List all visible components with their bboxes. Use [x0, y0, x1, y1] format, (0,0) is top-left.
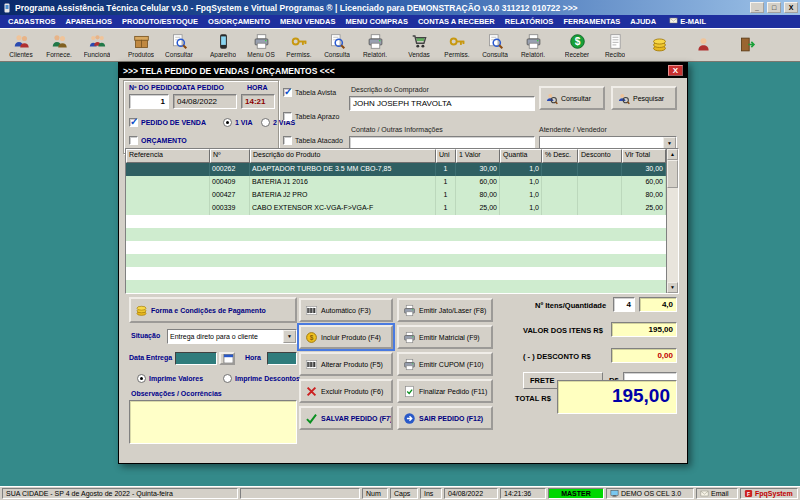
menu-item-ajuda[interactable]: AJUDA — [625, 17, 661, 26]
menu-item-menu-vendas[interactable]: MENU VENDAS — [275, 17, 340, 26]
toolbar-relat-ri[interactable]: Relatóri. — [514, 30, 552, 60]
forma-pagamento-button[interactable]: Forma e Condições de Pagamento — [129, 297, 297, 323]
dialog-titlebar[interactable]: >>> TELA PEDIDO DE VENDAS / ORÇAMENTOS <… — [119, 63, 687, 78]
imprime-valores-radio[interactable]: Imprime Valores — [137, 374, 203, 383]
table-cell: 000409 — [210, 176, 250, 189]
menu-email[interactable]: E-MAIL — [669, 16, 706, 27]
grid-main: ReferenciaNºDescrição do ProdutoUni1 Val… — [126, 149, 666, 293]
menu-item-os-or-amento[interactable]: OS/ORÇAMENTO — [203, 17, 275, 26]
column-header-vlr-total[interactable]: Vlr Total — [622, 149, 666, 163]
scroll-up-icon[interactable] — [667, 149, 678, 160]
column-header-descri-o-do-produto[interactable]: Descrição do Produto — [250, 149, 436, 163]
button-emitir-matricial-f9[interactable]: Emitir Matricial (F9) — [397, 325, 493, 349]
toolbar-funcion[interactable]: Funcioná — [78, 30, 116, 60]
column-header-referencia[interactable]: Referencia — [126, 149, 210, 163]
toolbar-produtos[interactable]: Produtos — [122, 30, 160, 60]
table-cell: 1 — [436, 163, 456, 176]
itens-label: Nº Itens/Quantidade — [535, 301, 606, 310]
status-text: Caps — [394, 490, 410, 497]
table-cell: 80,00 — [622, 189, 666, 202]
hora-entrega-field[interactable] — [267, 352, 297, 365]
buyer-field[interactable]: JOHN JOSEPH TRAVOLTA — [349, 96, 535, 111]
menu-item-produto-estoque[interactable]: PRODUTO/ESTOQUE — [117, 17, 203, 26]
data-entrega-field[interactable] — [175, 352, 217, 365]
situacao-combo[interactable]: Entrega direto para o cliente — [167, 329, 297, 344]
button-salvar-pedido-f7[interactable]: SALVAR PEDIDO (F7) — [299, 406, 393, 430]
toolbar-relat-ri[interactable]: Relatóri. — [356, 30, 394, 60]
button-autom-tico-f3[interactable]: Automático (F3) — [299, 298, 393, 322]
toolbar-permiss[interactable]: Permiss. — [280, 30, 318, 60]
toolbar-recibo[interactable]: Recibo — [596, 30, 634, 60]
table-row[interactable]: 000409BATERIA J1 2016160,001,060,00 — [126, 176, 666, 189]
minimize-button[interactable]: _ — [750, 2, 764, 13]
dialog-close-button[interactable]: X — [668, 65, 683, 76]
scroll-down-icon[interactable] — [667, 282, 678, 293]
radio-on-icon — [137, 374, 146, 383]
buyer-label: Descrição do Comprador — [351, 86, 429, 93]
button-incluir-produto-f4[interactable]: $Incluir Produto (F4) — [299, 325, 393, 349]
tabela-avista-checkbox[interactable]: Tabela Avista — [283, 88, 336, 97]
toolbar-person-icon[interactable] — [684, 30, 722, 60]
toolbar-aparelho[interactable]: Aparelho — [204, 30, 242, 60]
button-emitir-cupom-f10[interactable]: Emitir CUPOM (F10) — [397, 352, 493, 376]
column-header-uni[interactable]: Uni — [436, 149, 456, 163]
calendar-button[interactable] — [219, 352, 235, 365]
scrollbar-thumb[interactable] — [667, 160, 678, 188]
table-row-selected[interactable]: 000262ADAPTADOR TURBO DE 3.5 MM CBO-7,85… — [126, 163, 666, 176]
table-cell — [542, 189, 578, 202]
toolbar-consultar[interactable]: Consultar — [160, 30, 198, 60]
button-excluir-produto-f6[interactable]: Excluir Produto (F6) — [299, 379, 393, 403]
menu-item-menu-compras[interactable]: MENU COMPRAS — [340, 17, 413, 26]
table-cell: 25,00 — [622, 202, 666, 215]
column-header-quantia[interactable]: Quantia — [500, 149, 542, 163]
table-row-empty — [126, 241, 666, 254]
pedido-venda-checkbox[interactable]: PEDIDO DE VENDA — [129, 118, 206, 127]
quantidade-field: 4,0 — [639, 297, 677, 312]
column-header-desc[interactable]: % Desc. — [542, 149, 578, 163]
toolbar-exit-door-icon[interactable] — [728, 30, 766, 60]
tabela-aprazo-checkbox[interactable]: Tabela Aprazo — [283, 112, 339, 121]
menu-item-relat-rios[interactable]: RELATÓRIOS — [500, 17, 559, 26]
imprime-descontos-radio[interactable]: Imprime Descontos — [223, 374, 300, 383]
toolbar-fornece[interactable]: Fornece. — [40, 30, 78, 60]
via1-radio[interactable]: 1 VIA — [223, 118, 253, 127]
button-alterar-produto-f5[interactable]: Alterar Produto (F5) — [299, 352, 393, 376]
table-scrollbar[interactable] — [666, 149, 678, 293]
desconto-field[interactable]: 0,00 — [611, 348, 677, 363]
order-number-field[interactable]: 1 — [129, 94, 169, 109]
table-row[interactable]: 000427BATERIA J2 PRO180,001,080,00 — [126, 189, 666, 202]
toolbar-consulta[interactable]: Consulta — [476, 30, 514, 60]
toolbar-coins-icon[interactable] — [640, 30, 678, 60]
pesquisar-button[interactable]: Pesquisar — [611, 86, 677, 110]
order-date-field[interactable]: 04/08/2022 — [173, 94, 237, 109]
chevron-down-icon[interactable] — [283, 330, 296, 343]
order-time-field[interactable]: 14:21 — [241, 94, 275, 109]
column-header-n[interactable]: Nº — [210, 149, 250, 163]
toolbar-permiss[interactable]: Permiss. — [438, 30, 476, 60]
table-cell: 1 — [436, 176, 456, 189]
consultar-button[interactable]: Consultar — [539, 86, 605, 110]
scrollbar-track[interactable] — [667, 160, 678, 282]
column-header-desconto[interactable]: Desconto — [578, 149, 622, 163]
tabela-atacado-checkbox[interactable]: Tabela Atacado — [283, 136, 343, 145]
menu-item-ferramentas[interactable]: FERRAMENTAS — [558, 17, 625, 26]
menu-item-contas-a-receber[interactable]: CONTAS A RECEBER — [413, 17, 500, 26]
toolbar-clientes[interactable]: Clientes — [2, 30, 40, 60]
toolbar-menu-os[interactable]: Menu OS — [242, 30, 280, 60]
orcamento-checkbox[interactable]: ORÇAMENTO — [129, 136, 187, 145]
menu-item-cadastros[interactable]: CADASTROS — [3, 17, 61, 26]
observacoes-textarea[interactable] — [129, 400, 297, 444]
toolbar-receber[interactable]: $Receber — [558, 30, 596, 60]
button-finalizar-pedido-f11[interactable]: Finalizar Pedido (F11) — [397, 379, 493, 403]
table-row[interactable]: 000339CABO EXTENSOR XC-VGA-F>VGA-F125,00… — [126, 202, 666, 215]
close-button[interactable]: X — [784, 2, 798, 13]
toolbar-consulta[interactable]: Consulta — [318, 30, 356, 60]
atendente-label: Atendente / Vendedor — [539, 126, 607, 133]
maximize-button[interactable]: □ — [767, 2, 781, 13]
button-emitir-jato-laser-f8[interactable]: Emitir Jato/Laser (F8) — [397, 298, 493, 322]
table-row-empty — [126, 267, 666, 280]
menu-item-aparelhos[interactable]: APARELHOS — [61, 17, 118, 26]
toolbar-vendas[interactable]: Vendas — [400, 30, 438, 60]
button-sair-pedido-f12[interactable]: SAIR PEDIDO (F12) — [397, 406, 493, 430]
column-header-1-valor[interactable]: 1 Valor — [456, 149, 500, 163]
